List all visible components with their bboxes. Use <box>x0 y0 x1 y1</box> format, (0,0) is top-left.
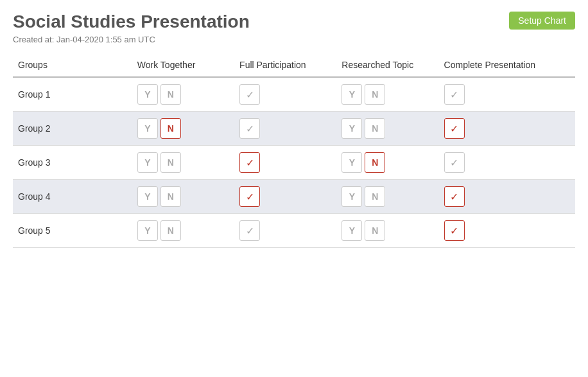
full-participation-cell: ✓ <box>234 146 336 180</box>
page-title: Social Studies Presentation <box>13 12 250 32</box>
group-name: Group 5 <box>13 214 132 248</box>
full-participation-cell: ✓ <box>234 112 336 146</box>
full-participation-cell: ✓ <box>234 180 336 214</box>
col-header-complete: Complete Presentation <box>439 56 575 77</box>
work-n-button[interactable]: N <box>160 220 181 241</box>
group-name: Group 3 <box>13 146 132 180</box>
page-container: Social Studies Presentation Setup Chart … <box>0 0 588 377</box>
research-y-button[interactable]: Y <box>342 84 362 105</box>
research-n-button[interactable]: N <box>365 186 385 207</box>
table-row: Group 2YN✓YN✓ <box>13 112 575 146</box>
group-name: Group 2 <box>13 112 132 146</box>
table-row: Group 3YN✓YN✓ <box>13 146 575 180</box>
complete-check-button[interactable]: ✓ <box>444 84 465 105</box>
work-y-button[interactable]: Y <box>137 118 158 139</box>
col-header-researched: Researched Topic <box>336 56 438 77</box>
complete-presentation-cell: ✓ <box>439 77 575 112</box>
full-participation-cell: ✓ <box>234 214 336 248</box>
col-header-work: Work Together <box>132 56 234 77</box>
research-n-button[interactable]: N <box>365 220 385 241</box>
table-row: Group 1YN✓YN✓ <box>13 77 575 112</box>
complete-presentation-cell: ✓ <box>439 112 575 146</box>
complete-check-button[interactable]: ✓ <box>444 152 465 173</box>
research-y-button[interactable]: Y <box>342 152 362 173</box>
col-header-full: Full Participation <box>234 56 336 77</box>
research-y-button[interactable]: Y <box>342 118 362 139</box>
complete-presentation-cell: ✓ <box>439 214 575 248</box>
work-together-cell: YN <box>132 146 234 180</box>
work-n-button[interactable]: N <box>160 152 181 173</box>
full-participation-check-button[interactable]: ✓ <box>239 118 260 139</box>
complete-presentation-cell: ✓ <box>439 146 575 180</box>
table-row: Group 4YN✓YN✓ <box>13 180 575 214</box>
full-participation-cell: ✓ <box>234 77 336 112</box>
complete-check-button[interactable]: ✓ <box>444 220 465 241</box>
group-name: Group 1 <box>13 77 132 112</box>
work-together-cell: YN <box>132 77 234 112</box>
researched-topic-cell: YN <box>336 214 438 248</box>
created-at: Created at: Jan-04-2020 1:55 am UTC <box>13 35 575 44</box>
research-n-button[interactable]: N <box>365 152 385 173</box>
full-participation-check-button[interactable]: ✓ <box>239 186 260 207</box>
full-participation-check-button[interactable]: ✓ <box>239 220 260 241</box>
header-area: Social Studies Presentation Setup Chart <box>13 12 575 32</box>
researched-topic-cell: YN <box>336 112 438 146</box>
research-n-button[interactable]: N <box>365 84 385 105</box>
work-n-button[interactable]: N <box>160 84 181 105</box>
work-y-button[interactable]: Y <box>137 152 158 173</box>
work-together-cell: YN <box>132 180 234 214</box>
col-header-groups: Groups <box>13 56 132 77</box>
research-y-button[interactable]: Y <box>342 220 362 241</box>
researched-topic-cell: YN <box>336 146 438 180</box>
full-participation-check-button[interactable]: ✓ <box>239 84 260 105</box>
work-y-button[interactable]: Y <box>137 186 158 207</box>
table-row: Group 5YN✓YN✓ <box>13 214 575 248</box>
complete-presentation-cell: ✓ <box>439 180 575 214</box>
group-name: Group 4 <box>13 180 132 214</box>
work-n-button[interactable]: N <box>160 186 181 207</box>
full-participation-check-button[interactable]: ✓ <box>239 152 260 173</box>
research-n-button[interactable]: N <box>365 118 385 139</box>
work-together-cell: YN <box>132 214 234 248</box>
complete-check-button[interactable]: ✓ <box>444 118 465 139</box>
work-n-button[interactable]: N <box>160 118 181 139</box>
researched-topic-cell: YN <box>336 180 438 214</box>
rubric-table: Groups Work Together Full Participation … <box>13 56 575 248</box>
work-y-button[interactable]: Y <box>137 84 158 105</box>
complete-check-button[interactable]: ✓ <box>444 186 465 207</box>
research-y-button[interactable]: Y <box>342 186 362 207</box>
setup-chart-button[interactable]: Setup Chart <box>509 12 575 30</box>
researched-topic-cell: YN <box>336 77 438 112</box>
work-together-cell: YN <box>132 112 234 146</box>
work-y-button[interactable]: Y <box>137 220 158 241</box>
